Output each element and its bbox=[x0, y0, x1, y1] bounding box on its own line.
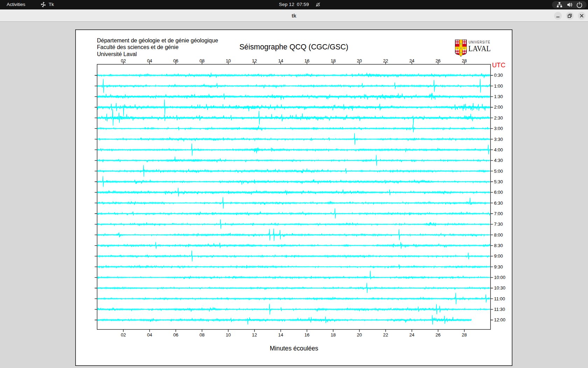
svg-text:UTC: UTC bbox=[492, 61, 505, 69]
svg-text:Séismographe QCQ (CGC/GSC): Séismographe QCQ (CGC/GSC) bbox=[239, 43, 348, 51]
svg-text:11:00: 11:00 bbox=[494, 296, 505, 301]
svg-text:22: 22 bbox=[383, 332, 388, 338]
svg-text:24: 24 bbox=[409, 332, 414, 338]
svg-text:06: 06 bbox=[173, 58, 178, 63]
svg-text:10:00: 10:00 bbox=[494, 275, 506, 280]
svg-text:0:30: 0:30 bbox=[494, 73, 503, 78]
svg-text:16: 16 bbox=[304, 58, 309, 63]
svg-text:08: 08 bbox=[200, 332, 204, 338]
svg-text:6:00: 6:00 bbox=[494, 190, 503, 195]
svg-text:7:00: 7:00 bbox=[494, 211, 503, 216]
svg-text:3:00: 3:00 bbox=[494, 126, 503, 131]
svg-text:28: 28 bbox=[462, 58, 467, 63]
svg-text:16: 16 bbox=[304, 332, 309, 338]
svg-text:04: 04 bbox=[147, 332, 152, 338]
svg-text:02: 02 bbox=[121, 332, 126, 338]
svg-text:18: 18 bbox=[331, 58, 336, 63]
svg-text:06: 06 bbox=[173, 332, 178, 338]
svg-text:LAVAL: LAVAL bbox=[468, 44, 491, 53]
svg-text:9:00: 9:00 bbox=[494, 253, 503, 259]
svg-text:5:30: 5:30 bbox=[494, 179, 503, 184]
svg-text:10:30: 10:30 bbox=[494, 285, 506, 291]
svg-text:Faculté des sciences et de gén: Faculté des sciences et de génie bbox=[97, 44, 178, 50]
svg-text:14: 14 bbox=[278, 332, 283, 338]
svg-text:26: 26 bbox=[435, 58, 440, 63]
svg-text:11:30: 11:30 bbox=[494, 307, 505, 312]
svg-text:Université Laval: Université Laval bbox=[97, 51, 137, 57]
svg-text:20: 20 bbox=[357, 58, 362, 63]
svg-text:4:30: 4:30 bbox=[494, 158, 503, 163]
svg-text:1:30: 1:30 bbox=[494, 94, 503, 99]
svg-text:Minutes écoulées: Minutes écoulées bbox=[270, 345, 318, 352]
svg-text:18: 18 bbox=[331, 332, 336, 338]
svg-text:8:30: 8:30 bbox=[494, 243, 503, 248]
svg-text:8:00: 8:00 bbox=[494, 232, 503, 238]
svg-text:6:30: 6:30 bbox=[494, 200, 503, 206]
svg-text:7:30: 7:30 bbox=[494, 222, 503, 227]
svg-text:2:00: 2:00 bbox=[494, 104, 503, 110]
svg-text:12: 12 bbox=[252, 332, 257, 338]
svg-text:Département de géologie et de: Département de géologie et de génie géol… bbox=[97, 38, 218, 43]
svg-text:9:30: 9:30 bbox=[494, 264, 503, 270]
svg-text:3:30: 3:30 bbox=[494, 137, 503, 142]
svg-text:5:00: 5:00 bbox=[494, 169, 503, 174]
svg-text:08: 08 bbox=[200, 58, 204, 63]
svg-text:26: 26 bbox=[435, 332, 440, 338]
svg-text:14: 14 bbox=[278, 58, 283, 63]
svg-text:02: 02 bbox=[121, 58, 126, 63]
svg-text:10: 10 bbox=[226, 58, 231, 63]
svg-text:2:30: 2:30 bbox=[494, 115, 503, 121]
svg-text:12: 12 bbox=[252, 58, 257, 63]
svg-text:28: 28 bbox=[462, 332, 467, 338]
svg-text:12:00: 12:00 bbox=[494, 317, 506, 322]
svg-text:24: 24 bbox=[409, 58, 414, 63]
svg-text:10: 10 bbox=[226, 332, 231, 338]
svg-text:22: 22 bbox=[383, 58, 388, 63]
svg-text:1:00: 1:00 bbox=[494, 83, 503, 89]
svg-text:4:00: 4:00 bbox=[494, 147, 503, 152]
svg-text:20: 20 bbox=[357, 332, 362, 338]
svg-text:04: 04 bbox=[147, 58, 152, 63]
